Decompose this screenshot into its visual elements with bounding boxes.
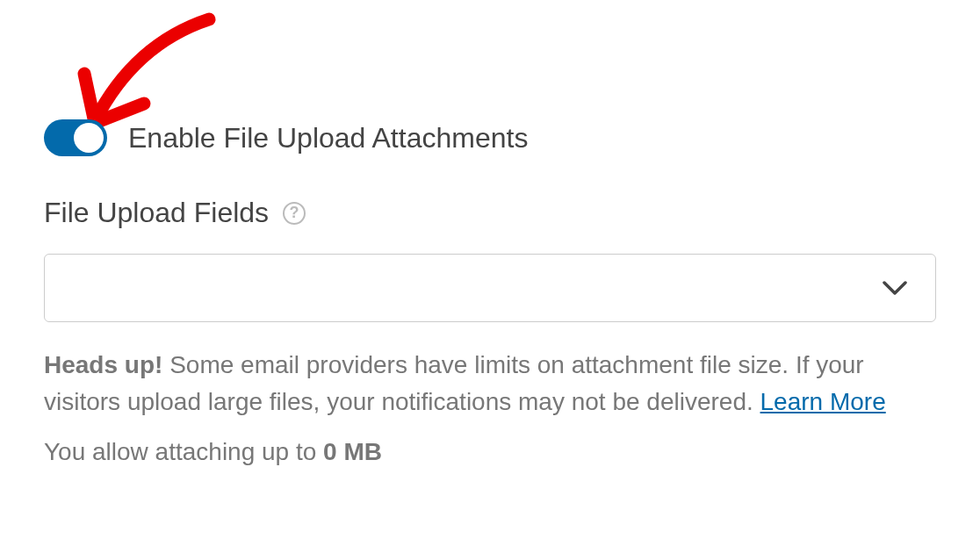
warning-prefix: Heads up! [44, 351, 162, 378]
allow-text: You allow attaching up to 0 MB [44, 438, 936, 466]
file-upload-fields-label: File Upload Fields [44, 197, 269, 229]
enable-file-upload-toggle[interactable] [44, 119, 107, 156]
allow-size: 0 MB [323, 438, 382, 465]
allow-prefix: You allow attaching up to [44, 438, 323, 465]
warning-text: Heads up! Some email providers have limi… [44, 347, 936, 420]
learn-more-link[interactable]: Learn More [760, 388, 886, 415]
help-icon[interactable]: ? [283, 202, 306, 225]
warning-body: Some email providers have limits on atta… [44, 351, 864, 415]
file-upload-fields-select[interactable] [44, 254, 936, 322]
annotation-arrow [68, 9, 227, 132]
toggle-knob [74, 123, 104, 153]
toggle-label: Enable File Upload Attachments [128, 122, 528, 155]
chevron-down-icon [883, 280, 907, 296]
